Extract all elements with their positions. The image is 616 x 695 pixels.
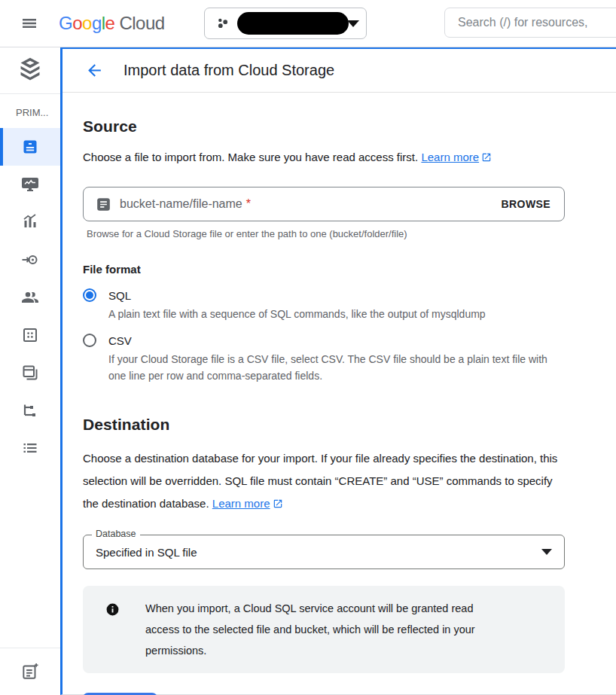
sidebar-item-users[interactable]: [0, 279, 60, 316]
destination-learn-more-link[interactable]: Learn more: [212, 497, 270, 510]
radio-csv-unselected[interactable]: [83, 334, 96, 347]
page-title: Import data from Cloud Storage: [124, 62, 334, 79]
backups-icon: [21, 364, 39, 382]
database-select[interactable]: Database Specified in SQL file: [83, 535, 565, 569]
replicas-icon: [21, 401, 39, 419]
source-learn-more-link[interactable]: Learn more: [421, 151, 479, 163]
operations-icon: [21, 439, 39, 457]
radio-csv-label: CSV: [108, 334, 132, 347]
database-select-value: Specified in SQL file: [96, 546, 197, 559]
external-link-icon[interactable]: [481, 152, 492, 163]
source-heading: Source: [83, 117, 565, 136]
required-marker: *: [246, 197, 251, 211]
google-cloud-logo: Google Cloud: [59, 13, 165, 34]
sidebar-item-system-insights[interactable]: [0, 166, 60, 203]
top-bar: Google Cloud: [0, 0, 616, 47]
file-format-label: File format: [83, 263, 565, 276]
destination-description: Choose a destination database for your i…: [83, 447, 565, 515]
radio-sql-label: SQL: [108, 289, 131, 302]
project-selector[interactable]: [204, 8, 367, 39]
query-insights-icon: [21, 213, 39, 231]
sidebar-nav: PRIM...: [0, 47, 60, 695]
file-icon: [96, 197, 111, 212]
users-icon: [21, 288, 39, 306]
page-header: Import data from Cloud Storage: [63, 49, 616, 93]
sidebar-item-replicas[interactable]: [0, 392, 60, 429]
overview-icon: [21, 138, 39, 156]
databases-icon: [21, 326, 39, 344]
radio-option-sql[interactable]: SQL: [83, 288, 565, 302]
sidebar-item-query-insights[interactable]: [0, 203, 60, 241]
bucket-file-placeholder: bucket-name/file-name: [120, 197, 242, 211]
select-caret-down-icon: [541, 549, 552, 555]
info-banner-text: When you import, a Cloud SQL service acc…: [145, 598, 503, 661]
radio-sql-description: A plain text file with a sequence of SQL…: [108, 306, 560, 322]
connections-icon: [21, 251, 39, 269]
radio-csv-description: If your Cloud Storage file is a CSV file…: [108, 351, 560, 384]
radio-option-csv[interactable]: CSV: [83, 334, 565, 347]
source-description: Choose a file to import from. Make sure …: [83, 148, 565, 166]
system-insights-icon: [21, 175, 39, 194]
search-input[interactable]: [444, 8, 616, 38]
project-icon: [215, 15, 231, 32]
sidebar-item-databases[interactable]: [0, 316, 60, 354]
release-notes-icon: [20, 662, 40, 681]
form-content: Source Choose a file to import from. Mak…: [63, 93, 565, 695]
project-name-redacted: [237, 12, 349, 35]
cloud-sql-logo-icon: [0, 47, 60, 94]
google-logo-wordmark: Google: [59, 13, 114, 34]
destination-heading: Destination: [83, 416, 565, 434]
bucket-file-input[interactable]: bucket-name/file-name * BROWSE: [83, 187, 565, 221]
sidebar-item-backups[interactable]: [0, 354, 60, 392]
external-link-icon[interactable]: [273, 498, 283, 509]
sidebar-item-operations[interactable]: [0, 429, 60, 467]
hamburger-menu-icon[interactable]: [20, 14, 38, 32]
back-arrow-icon[interactable]: [85, 61, 104, 80]
sidebar-item-release-notes[interactable]: [0, 648, 60, 695]
browse-button[interactable]: BROWSE: [500, 194, 552, 215]
main-panel: Import data from Cloud Storage Source Ch…: [60, 47, 616, 695]
bucket-file-helper-text: Browse for a Cloud Storage file or enter…: [83, 228, 565, 239]
project-caret-down-icon: [347, 20, 359, 27]
sidebar-item-overview[interactable]: [0, 128, 60, 166]
info-banner: When you import, a Cloud SQL service acc…: [83, 586, 565, 673]
cloud-wordmark: Cloud: [119, 13, 164, 34]
sidebar-item-connections[interactable]: [0, 241, 60, 279]
radio-sql-selected[interactable]: [83, 288, 96, 302]
database-select-label: Database: [92, 529, 140, 539]
sidebar-section-label: PRIM...: [0, 94, 60, 128]
info-icon: [105, 602, 120, 661]
